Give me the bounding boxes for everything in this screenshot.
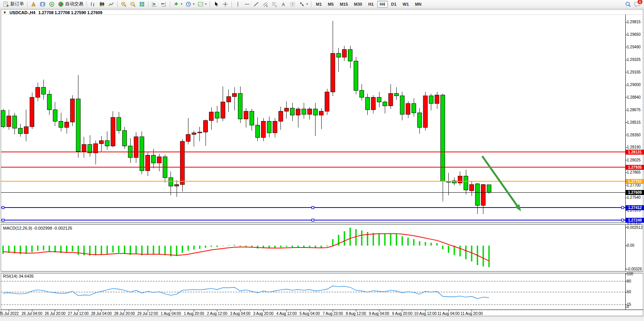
rsi-tick-label: 100 [627,272,633,276]
indicators-button[interactable]: ▾ [172,0,184,8]
new-order-button[interactable]: 新订单 [2,0,26,8]
horizontal-line-icon [244,1,250,7]
collapse-triangle-icon[interactable]: ▼ [3,11,6,14]
new-order-label: 新订单 [10,1,24,7]
macd-tick-label: -0.00326 [627,267,642,271]
timeframe-button-w1[interactable]: W1 [400,1,412,8]
text-label-button[interactable]: T [288,0,297,8]
price-level-badge[interactable]: 1.27249 [626,218,644,223]
timeframe-button-m15[interactable]: M15 [337,1,351,8]
fibonacci-icon: F [271,1,277,7]
timeframe-button-d1[interactable]: D1 [389,1,399,8]
zoom-out-button[interactable] [128,0,137,8]
timeframe-button-m5[interactable]: M5 [325,1,336,8]
zoom-in-button[interactable] [119,0,128,8]
horizontal-line-button[interactable] [242,0,252,8]
tile-windows-button[interactable] [137,0,147,8]
chart-shift-button[interactable] [159,0,168,8]
timeframe-button-m30[interactable]: M30 [351,1,365,8]
macd-values: -0.002998 -0.002126 [33,226,72,230]
price-axis[interactable]: 1.298151.296501.294901.293251.291651.290… [626,0,644,321]
candle-chart-icon [99,1,105,7]
compass-button[interactable] [29,0,38,8]
timeframe-button-h4[interactable]: H4 [377,1,388,8]
rsi-value: 34.6435 [19,274,34,278]
panel-splitter-macd[interactable] [1,222,643,225]
time-axis[interactable]: 25 Jul 202226 Jul 04:0026 Jul 20:0027 Ju… [0,310,625,316]
channel-icon: E [262,1,268,7]
macd-tick-label: 0.00 [627,243,634,248]
price-tick-label: 1.28350 [627,133,641,137]
price-level-badge[interactable]: 1.27752 [626,179,644,184]
fibonacci-button[interactable]: F [270,0,279,8]
search-icon[interactable] [625,1,631,7]
channel-button[interactable]: E [261,0,270,8]
auto-scroll-button[interactable] [150,0,159,8]
chart-shift-icon [161,1,167,7]
crosshair-button[interactable] [221,0,230,8]
templates-caret: ▾ [205,2,207,6]
candle-chart-button[interactable] [97,0,107,8]
panel-splitter-rsi[interactable] [1,271,643,273]
chat-badge: 1 [637,0,643,5]
chat-button[interactable]: 1 [634,1,640,7]
price-tick-label: 1.29165 [627,70,641,74]
price-level-badge[interactable]: 1.27935 [626,165,644,170]
auto-trading-icon [58,1,64,7]
price-tick-label: 1.27540 [627,195,641,200]
price-level-badge[interactable]: 1.27609 [626,190,644,195]
price-level-badge[interactable]: 1.27412 [626,205,644,210]
new-order-icon [3,1,9,7]
price-tick-label: 1.29000 [627,83,641,87]
zoom-out-icon [130,1,136,7]
cursor-icon [213,1,219,7]
cursor-button[interactable] [212,0,221,8]
macd-label: MACD(12,26,9) -0.002998 -0.002126 [3,226,72,230]
svg-text:T: T [292,2,294,6]
price-tick-label: 1.28190 [627,145,641,149]
bar-chart-icon [90,1,96,7]
line-chart-button[interactable] [107,0,116,8]
toolbar-separator [117,1,118,7]
status-strip [0,316,644,321]
rsi-tick-label: 50 [627,290,631,294]
price-tick-label: 1.28840 [627,95,641,99]
vertical-line-button[interactable] [233,0,242,8]
toolbar-separator [210,1,210,7]
clock-icon [185,1,191,7]
price-tick-label: 1.28675 [627,108,641,112]
timeframe-button-m1[interactable]: M1 [313,1,324,8]
price-level-badge[interactable]: 1.28131 [626,150,644,155]
line-chart-icon [108,1,114,7]
toolbar-separator [148,1,148,7]
timeframe-button-mn[interactable]: MN [412,1,424,8]
market-watch-button[interactable] [38,0,47,8]
arrows-caret: ▾ [306,2,308,6]
toolbar-separator [311,1,311,7]
templates-button[interactable]: ▾ [196,0,208,8]
tile-windows-icon [139,1,145,7]
price-tick-label: 1.28515 [627,120,641,125]
rsi-tick-label: 80 [627,279,631,283]
price-tick-label: 1.29650 [627,32,641,37]
periods-caret: ▾ [193,2,194,6]
timeframe-button-h1[interactable]: H1 [365,1,376,8]
market-watch-icon [40,1,46,7]
auto-trading-button[interactable]: 自动交易 [56,0,85,8]
periods-button[interactable]: ▾ [184,0,196,8]
chart-title: ▼ USDCAD-,H4 1.27708 1.27708 1.27590 1.2… [3,10,102,15]
text-label-icon: T [290,1,296,7]
price-tick-label: 1.29490 [627,45,641,49]
trendline-button[interactable] [252,0,261,8]
chart-ohlc: 1.27708 1.27708 1.27590 1.27609 [38,10,102,15]
signals-button[interactable] [47,0,56,8]
toolbar-separator [27,1,27,7]
rsi-label: RSI(14) 34.6435 [3,274,34,278]
text-button[interactable]: A [279,0,288,8]
timeframe-group: M1M5M15M30H1H4D1W1MN [313,1,424,8]
rsi-tick-label: 0 [627,305,629,309]
bar-chart-button[interactable] [88,0,97,8]
trading-app: 新订单 自动交易 [0,0,644,321]
indicators-caret: ▾ [181,2,182,6]
arrows-button[interactable]: ▾ [297,0,309,8]
